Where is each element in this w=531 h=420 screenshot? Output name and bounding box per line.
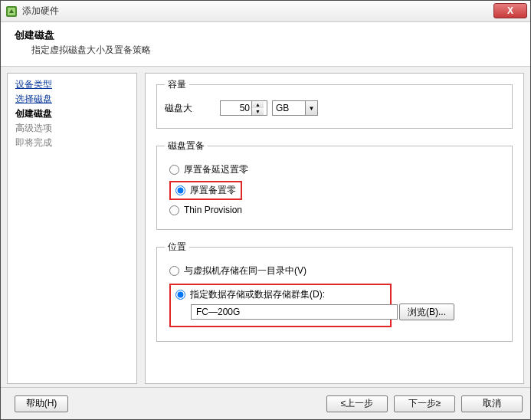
wizard-body: 设备类型 选择磁盘 创建磁盘 高级选项 即将完成 容量 磁盘大 ▲ ▼ <box>1 67 530 387</box>
spinner-up-icon[interactable]: ▲ <box>252 101 264 108</box>
location-group: 位置 与虚拟机存储在同一目录中(V) 指定数据存储或数据存储群集(D): FC—… <box>156 241 513 342</box>
radio-thick-eager[interactable] <box>175 185 185 195</box>
provision-group: 磁盘置备 厚置备延迟置零 厚置备置零 Thin Provision <box>156 139 513 230</box>
disk-size-spinner[interactable]: ▲ ▼ <box>220 100 267 116</box>
provision-label-thin: Thin Provision <box>184 205 242 215</box>
location-option-specify-highlight: 指定数据存储或数据存储群集(D): FC—200G <box>169 284 392 327</box>
location-option-specify[interactable]: 指定数据存储或数据存储群集(D): <box>175 288 385 301</box>
provision-option-thick-lazy[interactable]: 厚置备延迟置零 <box>169 163 504 176</box>
step-select-disk[interactable]: 选择磁盘 <box>15 93 129 106</box>
dialog-window: 添加硬件 X 创建磁盘 指定虚拟磁盘大小及置备策略 设备类型 选择磁盘 创建磁盘… <box>0 0 531 420</box>
location-legend: 位置 <box>165 241 189 254</box>
wizard-header: 创建磁盘 指定虚拟磁盘大小及置备策略 <box>1 22 530 67</box>
provision-label-thick-eager: 厚置备置零 <box>190 184 236 197</box>
window-title: 添加硬件 <box>22 5 527 18</box>
provision-label-thick-lazy: 厚置备延迟置零 <box>184 163 248 176</box>
cancel-button-label: 取消 <box>483 397 501 410</box>
step-create-disk: 创建磁盘 <box>15 107 129 120</box>
titlebar: 添加硬件 X <box>1 1 530 22</box>
wizard-content: 容量 磁盘大 ▲ ▼ GB ▼ <box>145 73 524 384</box>
step-advanced: 高级选项 <box>15 122 129 135</box>
radio-location-same[interactable] <box>169 266 179 276</box>
disk-size-input[interactable] <box>221 102 251 114</box>
help-button-label: 帮助(H) <box>26 397 57 410</box>
back-button[interactable]: ≤上一步 <box>326 395 388 412</box>
page-subtitle: 指定虚拟磁盘大小及置备策略 <box>31 44 523 57</box>
datastore-input[interactable]: FC—200G <box>191 304 398 320</box>
provision-legend: 磁盘置备 <box>165 139 208 153</box>
radio-thin[interactable] <box>169 205 179 215</box>
step-ready: 即将完成 <box>15 136 129 149</box>
disk-size-label: 磁盘大 <box>165 102 203 115</box>
capacity-legend: 容量 <box>165 78 189 91</box>
browse-button[interactable]: 浏览(B)... <box>399 304 454 320</box>
radio-thick-lazy[interactable] <box>169 165 179 175</box>
browse-button-label: 浏览(B)... <box>408 306 446 319</box>
chevron-down-icon: ▼ <box>305 101 317 115</box>
close-icon: X <box>507 5 513 16</box>
wizard-footer: 帮助(H) ≤上一步 下一步≥ 取消 <box>1 387 530 419</box>
location-label-same: 与虚拟机存储在同一目录中(V) <box>184 264 306 277</box>
disk-size-unit-select[interactable]: GB ▼ <box>272 100 318 116</box>
wizard-steps: 设备类型 选择磁盘 创建磁盘 高级选项 即将完成 <box>7 73 137 384</box>
provision-option-thick-eager-highlight: 厚置备置零 <box>169 181 242 200</box>
next-button[interactable]: 下一步≥ <box>394 395 455 412</box>
close-button[interactable]: X <box>493 3 527 18</box>
provision-option-thin[interactable]: Thin Provision <box>169 205 504 215</box>
location-option-same[interactable]: 与虚拟机存储在同一目录中(V) <box>169 264 504 277</box>
capacity-group: 容量 磁盘大 ▲ ▼ GB ▼ <box>156 78 513 129</box>
step-device-type[interactable]: 设备类型 <box>15 78 129 91</box>
back-button-label: ≤上一步 <box>341 397 374 410</box>
disk-size-unit-value: GB <box>276 103 289 113</box>
app-icon <box>5 5 18 18</box>
radio-location-specify[interactable] <box>175 290 185 300</box>
datastore-value: FC—200G <box>196 307 240 317</box>
help-button[interactable]: 帮助(H) <box>15 395 68 412</box>
next-button-label: 下一步≥ <box>408 397 441 410</box>
cancel-button[interactable]: 取消 <box>461 395 523 412</box>
page-title: 创建磁盘 <box>15 28 523 42</box>
location-label-specify: 指定数据存储或数据存储群集(D): <box>190 288 325 301</box>
spinner-down-icon[interactable]: ▼ <box>252 108 264 115</box>
